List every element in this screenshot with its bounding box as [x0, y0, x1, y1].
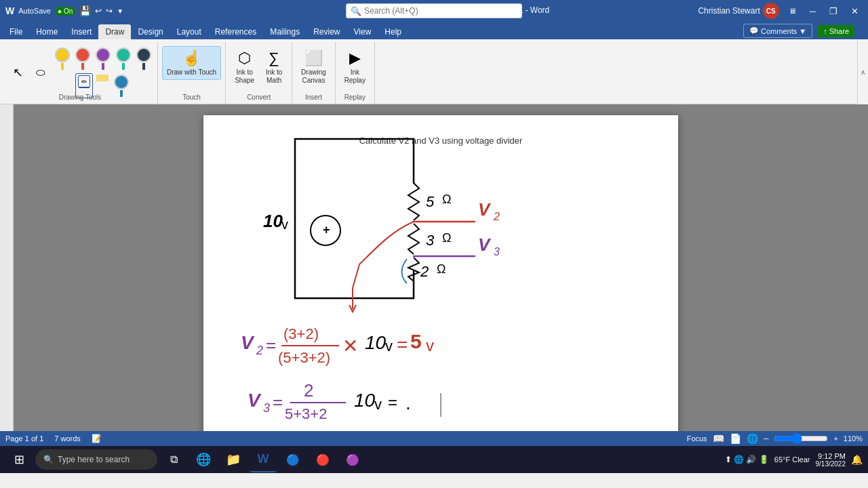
focus-btn[interactable]: Focus: [687, 434, 707, 443]
word-icon: W: [258, 452, 269, 466]
handwriting-canvas: + 10 v 5 Ω 3 Ω 2 Ω: [203, 115, 678, 441]
svg-text:5: 5: [426, 193, 435, 210]
tab-design[interactable]: Design: [131, 24, 170, 39]
zoom-level: 110%: [844, 434, 863, 443]
zoom-in-btn[interactable]: +: [833, 434, 837, 443]
ink-to-shape-btn[interactable]: ⬡ Ink toShape: [230, 46, 259, 88]
svg-text:Ω: Ω: [442, 231, 451, 245]
edge-icon[interactable]: 🌐: [190, 447, 217, 472]
svg-text:v: v: [426, 336, 434, 354]
svg-text:=: =: [273, 392, 283, 412]
insert-group: ⬜ DrawingCanvas Insert: [292, 42, 336, 104]
print-layout-btn[interactable]: 📄: [730, 433, 741, 444]
ink-replay-icon: ▶: [349, 49, 361, 67]
windows-icon: ⊞: [14, 452, 24, 467]
svg-text:V: V: [478, 199, 492, 220]
svg-text:v: v: [385, 338, 393, 354]
svg-text:✕: ✕: [342, 336, 358, 357]
convert-label: Convert: [226, 94, 292, 101]
word-logo: W: [5, 5, 14, 16]
pen-red-btn[interactable]: [73, 46, 92, 71]
draw-with-touch-btn[interactable]: ☝ Draw with Touch: [162, 46, 221, 80]
replay-label: Replay: [336, 94, 374, 101]
pen-purple-btn[interactable]: [94, 46, 113, 71]
search-icon: 🔍: [351, 6, 361, 16]
ink-replay-btn[interactable]: ▶ InkReplay: [340, 46, 370, 88]
save-icon[interactable]: 💾: [79, 5, 91, 16]
taskbar-search[interactable]: 🔍 Type here to search: [35, 449, 157, 470]
restore-btn[interactable]: ❐: [825, 5, 842, 18]
title-bar-right: Christian Stewart CS 🖥 ─ ❐ ✕: [698, 3, 863, 19]
collapse-ribbon-btn[interactable]: ∧: [857, 39, 868, 104]
web-layout-btn[interactable]: 🌐: [747, 433, 758, 444]
search-input[interactable]: [364, 6, 500, 16]
svg-text:=: =: [266, 335, 276, 355]
status-bar: Page 1 of 1 7 words 📝 Focus 📖 📄 🌐 ─ + 11…: [0, 431, 868, 446]
autosave-toggle[interactable]: ● On: [55, 7, 75, 16]
pen-teal-btn[interactable]: [114, 46, 133, 71]
title-bar-left: W AutoSave ● On 💾 ↩ ↪ ▼: [5, 5, 123, 16]
ribbon-tabs: File Home Insert Draw Design Layout Refe…: [0, 22, 868, 39]
tab-references[interactable]: References: [208, 24, 263, 39]
select-tool-btn[interactable]: ↖: [7, 62, 28, 83]
svg-text:V: V: [478, 235, 492, 255]
tab-view[interactable]: View: [347, 24, 378, 39]
zoom-out-btn[interactable]: ─: [764, 434, 769, 443]
taskbar: ⊞ 🔍 Type here to search ⧉ 🌐 📁 W 🔵 🔴 🟣 ⬆ …: [0, 446, 868, 473]
svg-text:5+3+2: 5+3+2: [285, 405, 327, 422]
document-area[interactable]: Calculate V2 and V3 using voltage divide…: [14, 104, 868, 446]
read-mode-btn[interactable]: 📖: [713, 433, 724, 444]
undo-icon[interactable]: ↩: [95, 6, 102, 16]
chrome-btn[interactable]: 🔴: [309, 447, 336, 472]
svg-text:+: +: [323, 223, 330, 237]
document-title-bar: Document1 - Word: [481, 5, 549, 15]
ink-to-math-btn[interactable]: ∑ Ink toMath: [260, 46, 288, 88]
minimize-btn[interactable]: ─: [806, 5, 820, 18]
comments-btn[interactable]: 💬 Comments ▼: [743, 24, 812, 38]
svg-text:2: 2: [256, 344, 263, 357]
svg-text:.: .: [406, 392, 411, 413]
replay-group: ▶ InkReplay Replay: [336, 42, 375, 104]
tab-insert[interactable]: Insert: [64, 24, 98, 39]
pen-dark-btn[interactable]: [134, 46, 153, 71]
word-count: 7 words: [54, 434, 81, 443]
task-view-btn[interactable]: ⧉: [160, 447, 187, 472]
svg-text:10: 10: [365, 332, 387, 353]
svg-text:3: 3: [263, 401, 270, 415]
svg-text:=: =: [397, 334, 408, 355]
redo-icon[interactable]: ↪: [106, 6, 113, 16]
teams-btn[interactable]: 🟣: [339, 447, 366, 472]
share-mode-btn[interactable]: 🖥: [785, 5, 800, 16]
proofing-icon[interactable]: 📝: [92, 434, 102, 443]
page-info: Page 1 of 1: [5, 434, 43, 443]
share-btn[interactable]: ↑ Share: [818, 25, 854, 37]
drawing-canvas-btn[interactable]: ⬜ DrawingCanvas: [296, 46, 331, 88]
zoom-slider[interactable]: [774, 433, 828, 444]
close-btn[interactable]: ✕: [847, 5, 863, 18]
svg-text:10: 10: [354, 390, 376, 411]
notification-btn[interactable]: 🔔: [851, 454, 863, 465]
svg-text:5: 5: [410, 330, 422, 352]
tab-review[interactable]: Review: [307, 24, 347, 39]
start-button[interactable]: ⊞: [5, 447, 33, 472]
edge-browser-btn[interactable]: 🔵: [279, 447, 307, 472]
customize-qat[interactable]: ▼: [117, 7, 123, 15]
system-tray: ⬆ 🌐 🔊 🔋: [725, 455, 769, 464]
left-ruler: [0, 104, 14, 446]
lasso-select-btn[interactable]: ⬭: [30, 63, 52, 82]
svg-text:v: v: [374, 396, 382, 413]
tab-draw[interactable]: Draw: [98, 24, 131, 39]
file-explorer-btn[interactable]: 📁: [220, 447, 247, 472]
tab-mailings[interactable]: Mailings: [263, 24, 307, 39]
svg-point-5: [311, 216, 340, 245]
svg-text:2: 2: [493, 211, 500, 222]
svg-text:V: V: [241, 332, 255, 353]
tab-file[interactable]: File: [3, 24, 29, 39]
tab-home[interactable]: Home: [29, 24, 64, 39]
tab-help[interactable]: Help: [378, 24, 408, 39]
tab-layout[interactable]: Layout: [170, 24, 208, 39]
word-taskbar-btn[interactable]: W: [250, 447, 277, 472]
pen-yellow-btn[interactable]: [53, 46, 72, 71]
drawing-canvas-icon: ⬜: [304, 49, 323, 67]
main-area: Calculate V2 and V3 using voltage divide…: [0, 104, 868, 446]
